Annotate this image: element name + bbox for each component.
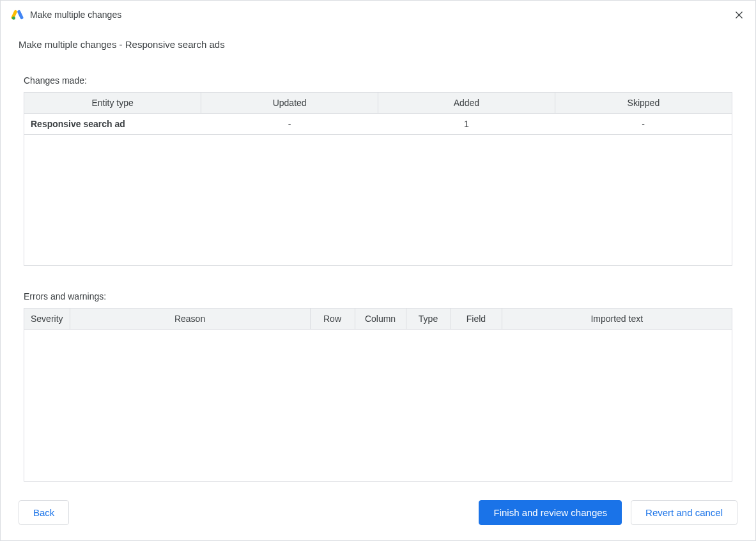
cell-added: 1 [378, 114, 555, 135]
col-updated: Updated [201, 93, 378, 114]
changes-made-label: Changes made: [24, 75, 732, 86]
finish-review-button[interactable]: Finish and review changes [479, 500, 622, 525]
cell-updated: - [201, 114, 378, 135]
col-reason: Reason [70, 309, 310, 330]
col-skipped: Skipped [555, 93, 732, 114]
col-column: Column [355, 309, 406, 330]
col-type: Type [406, 309, 451, 330]
errors-warnings-label: Errors and warnings: [24, 291, 732, 301]
col-added: Added [378, 93, 555, 114]
google-ads-logo-icon [11, 8, 24, 21]
footer: Back Finish and review changes Revert an… [1, 485, 755, 540]
svg-point-2 [12, 17, 15, 20]
errors-table: Severity Reason Row Column Type Field Im… [24, 309, 732, 330]
back-button[interactable]: Back [19, 500, 69, 525]
cell-skipped: - [555, 114, 732, 135]
revert-cancel-button[interactable]: Revert and cancel [631, 500, 737, 525]
content-area: Changes made: Entity type Updated Added … [1, 50, 755, 485]
window-title: Make multiple changes [30, 10, 121, 20]
col-entity-type: Entity type [24, 93, 201, 114]
close-button[interactable] [731, 8, 746, 24]
dialog-window: Make multiple changes Make multiple chan… [0, 0, 756, 541]
errors-table-container: Severity Reason Row Column Type Field Im… [24, 308, 732, 482]
table-row: Responsive search ad - 1 - [24, 114, 732, 135]
titlebar: Make multiple changes [1, 1, 755, 26]
col-row: Row [310, 309, 355, 330]
svg-rect-1 [17, 10, 24, 20]
changes-table-container: Entity type Updated Added Skipped Respon… [24, 92, 732, 266]
page-subtitle: Make multiple changes - Responsive searc… [1, 26, 755, 50]
col-field: Field [451, 309, 502, 330]
footer-right: Finish and review changes Revert and can… [479, 500, 737, 525]
cell-entity-type: Responsive search ad [24, 114, 201, 135]
col-imported-text: Imported text [502, 309, 732, 330]
changes-table: Entity type Updated Added Skipped Respon… [24, 93, 732, 135]
col-severity: Severity [24, 309, 70, 330]
close-icon [734, 10, 744, 22]
